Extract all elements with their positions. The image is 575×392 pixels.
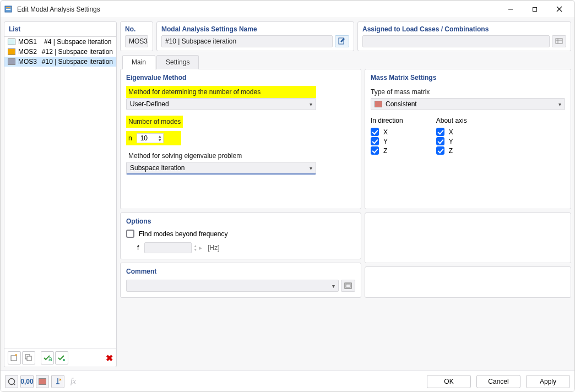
name-label: Modal Analysis Settings Name (161, 25, 349, 33)
svg-rect-7 (11, 356, 17, 361)
fx-button[interactable]: fx (67, 375, 80, 388)
chevron-down-icon: ▾ (332, 283, 335, 289)
svg-rect-13 (556, 39, 562, 43)
window-title: Edit Modal Analysis Settings (17, 6, 100, 13)
content-area: List MOS1 #4 | Subspace iteration MOS2 #… (1, 18, 574, 371)
method-modes-label: Method for determining the number of mod… (126, 86, 316, 98)
list-toolbar: a ✖ (4, 349, 116, 367)
frequency-field (144, 242, 192, 253)
axis-label: Z (449, 147, 453, 155)
titlebar: Edit Modal Analysis Settings (1, 1, 574, 18)
solve-method-label: Method for solving eigenvalue problem (126, 150, 355, 162)
num-modes-label: Number of modes (126, 116, 183, 128)
edit-name-button[interactable] (335, 35, 349, 47)
solve-method-select[interactable]: Subspace iteration ▾ (126, 162, 316, 175)
new-item-button[interactable] (8, 351, 21, 364)
axis-label: Z (383, 147, 387, 155)
section-title: Eigenvalue Method (126, 74, 355, 81)
list-item[interactable]: MOS1 #4 | Subspace iteration (4, 37, 116, 47)
mass-type-label: Type of mass matrix (371, 86, 565, 98)
close-button[interactable] (547, 2, 571, 17)
check-a-button[interactable]: a (41, 351, 54, 364)
section-title: Comment (126, 268, 355, 275)
no-box: No. MOS3 (120, 21, 153, 51)
spinner-arrows-icon[interactable]: ▲▼ (158, 134, 162, 142)
list-item-desc: #12 | Subspace iteration (42, 48, 113, 56)
comment-section: Comment ▾ (120, 263, 361, 298)
comment-browse-button[interactable] (341, 280, 355, 292)
axis-z-checkbox[interactable] (436, 146, 444, 155)
solve-method-value: Subspace iteration (130, 164, 185, 172)
axis-x-checkbox[interactable] (436, 128, 444, 136)
tab-settings[interactable]: Settings (156, 55, 199, 69)
chevron-down-icon: ▾ (310, 165, 312, 171)
section-title: Options (126, 217, 355, 225)
help-button[interactable] (5, 375, 18, 388)
list-item-desc: #10 | Subspace iteration (42, 58, 113, 66)
list-item-code: MOS3 (18, 58, 39, 66)
decimal-label: 0,00 (20, 378, 33, 385)
apply-button[interactable]: Apply (526, 375, 570, 388)
find-modes-checkbox[interactable] (126, 230, 134, 238)
mass-matrix-section: Mass Matrix Settings Type of mass matrix… (365, 69, 571, 209)
ok-button[interactable]: OK (427, 375, 471, 388)
frequency-row: f ▲▼ ▸ [Hz] (126, 242, 355, 253)
frequency-unit: [Hz] (208, 244, 219, 252)
svg-text:a: a (48, 355, 52, 362)
dir-y-checkbox[interactable] (371, 137, 379, 145)
eigenvalue-section: Eigenvalue Method Method for determining… (120, 69, 361, 209)
dir-z-checkbox[interactable] (371, 146, 379, 155)
axis-y-checkbox[interactable] (436, 137, 444, 145)
svg-rect-9 (27, 356, 31, 361)
units-button[interactable] (51, 375, 64, 388)
num-modes-value: 10 (140, 134, 156, 142)
chevron-down-icon: ▾ (310, 101, 312, 107)
cancel-button[interactable]: Cancel (476, 375, 520, 388)
method-modes-value: User-Defined (130, 100, 169, 108)
list-item-code: MOS2 (18, 48, 39, 56)
color-button[interactable] (36, 375, 49, 388)
maximize-button[interactable] (523, 2, 547, 17)
method-modes-select[interactable]: User-Defined ▾ (126, 98, 316, 110)
name-field[interactable]: #10 | Subspace iteration (161, 35, 333, 47)
decimal-button[interactable]: 0,00 (20, 375, 34, 388)
svg-rect-18 (346, 284, 350, 287)
copy-item-button[interactable] (22, 351, 35, 364)
direction-label: In direction (371, 117, 403, 124)
dir-x-checkbox[interactable] (371, 128, 379, 136)
axis-label: Y (383, 138, 388, 145)
mass-type-select[interactable]: Consistent ▾ (371, 98, 565, 110)
settings-list[interactable]: MOS1 #4 | Subspace iteration MOS2 #12 | … (4, 37, 116, 349)
axis-label: X (449, 128, 453, 136)
svg-rect-1 (6, 7, 10, 8)
num-modes-spinner[interactable]: 10 ▲▼ (137, 133, 164, 143)
assigned-label: Assigned to Load Cases / Combinations (362, 25, 566, 33)
svg-rect-4 (533, 7, 537, 11)
axis-label: X (383, 128, 388, 136)
comment-field[interactable]: ▾ (126, 280, 339, 292)
options-section: Options Find modes beyond frequency f ▲▼… (120, 213, 361, 259)
section-title: Mass Matrix Settings (371, 74, 565, 81)
check-b-button[interactable] (55, 351, 68, 364)
app-icon (4, 4, 14, 14)
name-box: Modal Analysis Settings Name #10 | Subsp… (156, 21, 354, 51)
axis-label: Y (449, 138, 453, 145)
assigned-field[interactable] (362, 35, 550, 47)
num-modes-row: n 10 ▲▼ (126, 131, 181, 145)
about-axis-label: About axis (436, 117, 467, 124)
list-panel: List MOS1 #4 | Subspace iteration MOS2 #… (4, 21, 117, 367)
list-header: List (4, 22, 116, 36)
list-item[interactable]: MOS2 #12 | Subspace iteration (4, 47, 116, 57)
no-label: No. (125, 25, 148, 33)
f-symbol: f (137, 244, 139, 252)
color-swatch (8, 58, 15, 65)
assign-picker-button[interactable] (552, 35, 566, 47)
list-item-code: MOS1 (18, 38, 41, 46)
delete-item-button[interactable]: ✖ (106, 353, 113, 363)
minimize-button[interactable] (498, 2, 523, 17)
tab-main[interactable]: Main (122, 55, 155, 69)
list-item-desc: #4 | Subspace iteration (44, 38, 112, 46)
svg-line-20 (14, 383, 15, 385)
color-swatch (8, 48, 15, 55)
list-item[interactable]: MOS3 #10 | Subspace iteration (4, 57, 116, 67)
